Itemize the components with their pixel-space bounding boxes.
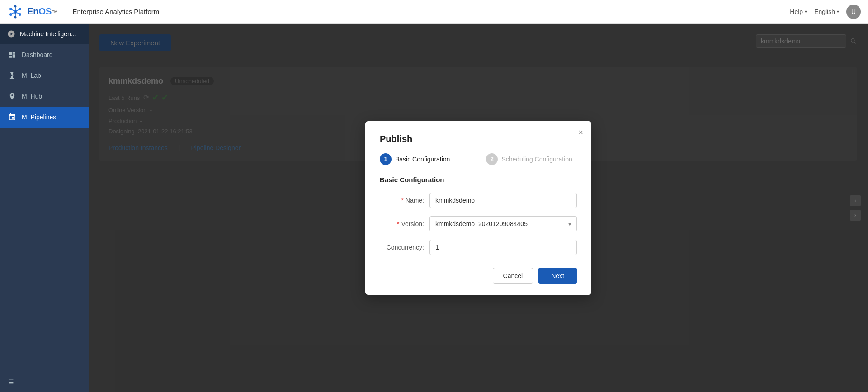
sidebar-header-icon	[7, 30, 15, 38]
mi-lab-icon	[8, 71, 16, 80]
step-2-number: 2	[486, 153, 498, 165]
version-label: *Version:	[380, 220, 429, 227]
step-2: 2 Scheduling Configuration	[486, 153, 572, 165]
sidebar-item-dashboard-label: Dashboard	[22, 51, 53, 58]
step-1: 1 Basic Configuration	[380, 153, 450, 165]
language-menu[interactable]: English ▾	[814, 8, 839, 15]
user-avatar[interactable]: U	[846, 5, 861, 19]
version-select-wrapper: kmmkdsdemo_20201209084405 ▾	[429, 216, 577, 231]
topnav-right: Help ▾ English ▾ U	[790, 5, 861, 19]
help-menu[interactable]: Help ▾	[790, 8, 807, 15]
version-required-star: *	[397, 220, 399, 227]
modal-overlay: × Publish 1 Basic Configuration 2	[89, 24, 868, 392]
name-field-row: *Name:	[380, 193, 577, 208]
sidebar-header[interactable]: Machine Intelligen...	[0, 24, 89, 44]
sidebar-item-dashboard[interactable]: Dashboard	[0, 44, 89, 65]
help-label: Help	[790, 8, 803, 15]
name-label: *Name:	[380, 197, 429, 204]
sidebar-collapse-icon: ☰	[8, 378, 14, 386]
modal-title: Publish	[380, 134, 577, 144]
sidebar-item-mi-hub-label: MI Hub	[22, 93, 42, 100]
sidebar-item-mi-lab[interactable]: MI Lab	[0, 65, 89, 86]
modal-close-button[interactable]: ×	[578, 128, 583, 137]
name-input[interactable]	[429, 193, 577, 208]
topnav: EnOS™ Enterprise Analytics Platform Help…	[0, 0, 868, 24]
next-button[interactable]: Next	[538, 268, 577, 284]
app-title: Enterprise Analytics Platform	[72, 8, 790, 15]
avatar-initial: U	[851, 8, 856, 15]
mi-hub-icon	[8, 92, 16, 100]
version-select[interactable]: kmmkdsdemo_20201209084405	[429, 216, 577, 231]
step-2-label: Scheduling Configuration	[501, 156, 572, 163]
logo[interactable]: EnOS™	[7, 4, 57, 20]
sidebar-item-mi-pipelines[interactable]: MI Pipelines	[0, 107, 89, 128]
concurrency-field-row: Concurrency:	[380, 240, 577, 255]
dashboard-icon	[8, 51, 16, 59]
concurrency-label: Concurrency:	[380, 244, 429, 251]
step-1-label: Basic Configuration	[395, 156, 450, 163]
lang-chevron-icon: ▾	[837, 9, 839, 14]
nav-divider	[65, 5, 65, 18]
main-layout: Machine Intelligen... Dashboard MI Lab M…	[0, 24, 868, 392]
step-connector	[454, 159, 481, 159]
sidebar: Machine Intelligen... Dashboard MI Lab M…	[0, 24, 89, 392]
modal-footer: Cancel Next	[380, 268, 577, 284]
content-area: New Experiment kmmkdsdemo Unscheduled La…	[89, 24, 868, 392]
lang-label: English	[814, 8, 835, 15]
sidebar-item-mi-lab-label: MI Lab	[22, 72, 41, 79]
cancel-button[interactable]: Cancel	[493, 268, 533, 284]
sidebar-app-label: Machine Intelligen...	[20, 30, 76, 38]
sidebar-item-mi-pipelines-label: MI Pipelines	[22, 113, 56, 121]
version-field-row: *Version: kmmkdsdemo_20201209084405 ▾	[380, 216, 577, 231]
concurrency-input[interactable]	[429, 240, 577, 255]
stepper: 1 Basic Configuration 2 Scheduling Confi…	[380, 153, 577, 165]
sidebar-footer[interactable]: ☰	[0, 372, 89, 392]
mi-pipelines-icon	[8, 113, 16, 121]
section-title: Basic Configuration	[380, 176, 577, 184]
step-1-number: 1	[380, 153, 392, 165]
sidebar-item-mi-hub[interactable]: MI Hub	[0, 86, 89, 107]
publish-modal: × Publish 1 Basic Configuration 2	[365, 121, 591, 295]
help-chevron-icon: ▾	[805, 9, 807, 14]
name-required-star: *	[401, 197, 403, 204]
